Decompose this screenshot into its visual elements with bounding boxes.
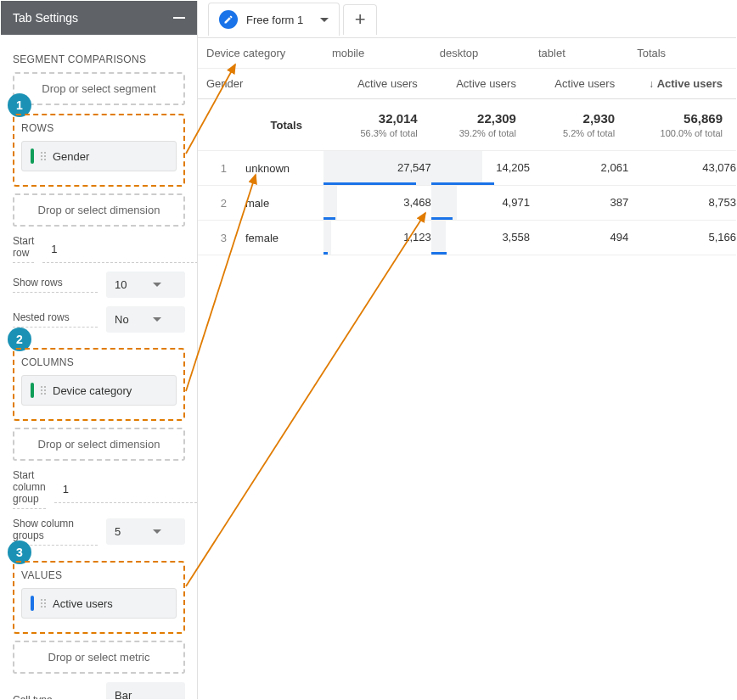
columns-dimension-label: Device category: [53, 384, 132, 397]
chevron-down-icon: [153, 317, 161, 322]
nested-rows-label: Nested rows: [13, 311, 98, 328]
row-index: 2: [198, 197, 235, 210]
totals-grand: 56,869100.0% of total: [628, 99, 736, 151]
cell-desktop: 4,971: [431, 186, 530, 221]
table-row[interactable]: 3female1,1233,5584945,166: [198, 221, 736, 255]
totals-desktop: 22,30939.2% of total: [431, 99, 530, 151]
rows-highlight: ROWS Gender: [13, 114, 185, 187]
table-row[interactable]: 2male3,4684,9713878,753: [198, 186, 736, 221]
cell-tablet: 494: [530, 221, 628, 255]
cell-tablet: 387: [530, 186, 628, 221]
tab-freeform[interactable]: Free form 1: [208, 3, 340, 36]
cell-type-value: Bar ch…: [115, 689, 153, 699]
totals-label: Totals: [198, 99, 323, 151]
add-tab-button[interactable]: +: [343, 4, 377, 35]
sidebar-header: Tab Settings: [1, 1, 197, 35]
cell-mobile: 1,123: [323, 221, 431, 255]
rows-dimension-label: Gender: [53, 150, 89, 163]
cell-mobile: 27,547: [323, 151, 431, 186]
cell-total: 5,166: [628, 221, 736, 255]
cell-desktop: 14,205: [431, 151, 530, 186]
drag-handle-icon[interactable]: [41, 386, 46, 395]
cell-type-label: Cell type: [13, 694, 98, 700]
metric-header-desktop[interactable]: Active users: [431, 69, 530, 99]
show-col-value: 5: [115, 525, 121, 538]
show-rows-label: Show rows: [13, 277, 98, 293]
col-totals-header[interactable]: Totals: [628, 38, 736, 69]
row-dimension: unknown: [235, 162, 290, 175]
rows-heading: ROWS: [21, 122, 177, 134]
columns-highlight: COLUMNS Device category: [13, 348, 185, 421]
totals-mobile: 32,01456.3% of total: [323, 99, 431, 151]
cell-desktop: 3,558: [431, 221, 530, 255]
tab-label: Free form 1: [246, 14, 303, 26]
settings-sidebar: Tab Settings SEGMENT COMPARISONS Drop or…: [1, 1, 198, 699]
values-heading: VALUES: [21, 569, 177, 581]
values-metric-chip[interactable]: Active users: [21, 588, 177, 619]
report-tabbar: Free form 1 +: [198, 1, 736, 38]
values-highlight: VALUES Active users: [13, 561, 185, 634]
segment-drop-zone[interactable]: Drop or select segment: [13, 72, 185, 105]
show-rows-value: 10: [115, 278, 127, 291]
row-dim-header: Gender: [198, 69, 323, 99]
row-dimension: male: [235, 197, 269, 210]
sidebar-title: Tab Settings: [13, 11, 78, 25]
start-col-input[interactable]: [54, 476, 197, 503]
table-row[interactable]: 1unknown27,54714,2052,06143,076: [198, 151, 736, 186]
nested-rows-value: No: [115, 313, 129, 326]
chevron-down-icon[interactable]: [320, 18, 329, 22]
nested-rows-select[interactable]: No: [106, 306, 185, 333]
rows-dimension-chip[interactable]: Gender: [21, 141, 177, 171]
metric-header-mobile[interactable]: Active users: [323, 69, 431, 99]
values-metric-label: Active users: [53, 597, 113, 610]
chevron-down-icon: [153, 529, 161, 534]
col-desktop-header[interactable]: desktop: [431, 38, 530, 69]
values-drop-zone[interactable]: Drop or select metric: [13, 641, 185, 674]
columns-dimension-chip[interactable]: Device category: [21, 375, 177, 406]
show-rows-select[interactable]: 10: [106, 272, 185, 298]
columns-heading: COLUMNS: [21, 356, 177, 368]
cell-total: 43,076: [628, 151, 736, 186]
columns-drop-zone[interactable]: Drop or select dimension: [13, 428, 185, 461]
show-col-select[interactable]: 5: [106, 518, 185, 545]
cell-total: 8,753: [628, 186, 736, 221]
collapse-icon[interactable]: [173, 17, 185, 19]
start-row-label: Start row: [13, 235, 34, 263]
segment-comparisons-heading: SEGMENT COMPARISONS: [13, 53, 185, 65]
cell-type-select[interactable]: Bar ch…: [106, 682, 185, 699]
results-table: Device category mobile desktop tablet To…: [198, 38, 736, 255]
row-dimension: female: [235, 232, 278, 244]
row-index: 3: [198, 232, 235, 244]
start-col-label: Start column group: [13, 469, 46, 509]
drag-handle-icon[interactable]: [41, 599, 46, 608]
totals-tablet: 2,9305.2% of total: [530, 99, 628, 151]
drag-handle-icon[interactable]: [41, 152, 46, 160]
chevron-down-icon: [153, 283, 161, 287]
start-row-input[interactable]: [42, 236, 197, 263]
col-tablet-header[interactable]: tablet: [530, 38, 628, 69]
cell-tablet: 2,061: [530, 151, 628, 186]
cell-mobile: 3,468: [323, 186, 431, 221]
metric-header-tablet[interactable]: Active users: [530, 69, 628, 99]
sort-descending-icon: ↓: [649, 78, 654, 90]
metric-header-total[interactable]: ↓ Active users: [628, 69, 736, 99]
row-index: 1: [198, 162, 235, 175]
pencil-icon[interactable]: [219, 10, 238, 29]
col-dim-header: Device category: [198, 38, 323, 69]
col-mobile-header[interactable]: mobile: [323, 38, 431, 69]
main-panel: Free form 1 + Device category mobile des…: [198, 1, 736, 699]
rows-drop-zone[interactable]: Drop or select dimension: [13, 193, 185, 227]
